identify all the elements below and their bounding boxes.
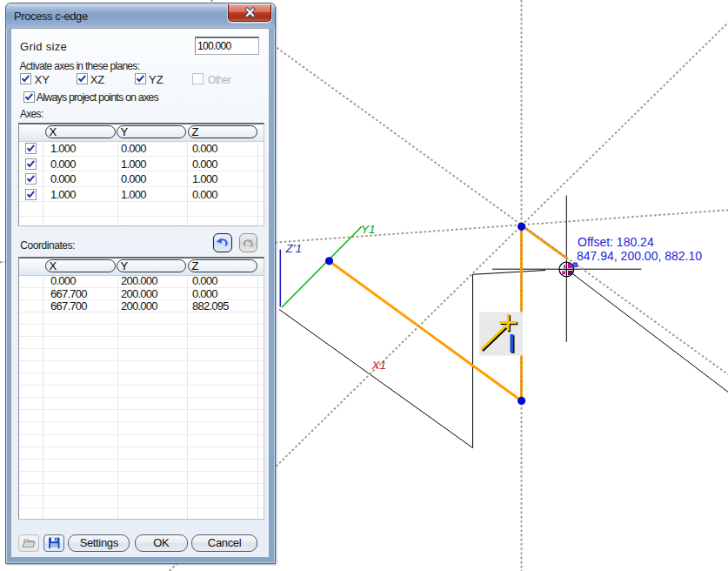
svg-text:Y1: Y1 — [361, 223, 376, 236]
svg-text:847.94, 200.00, 882.10: 847.94, 200.00, 882.10 — [577, 249, 702, 263]
svg-text:X1: X1 — [371, 359, 387, 372]
svg-text:Z'1: Z'1 — [285, 242, 302, 255]
svg-text:Offset: 180.24: Offset: 180.24 — [578, 235, 654, 249]
